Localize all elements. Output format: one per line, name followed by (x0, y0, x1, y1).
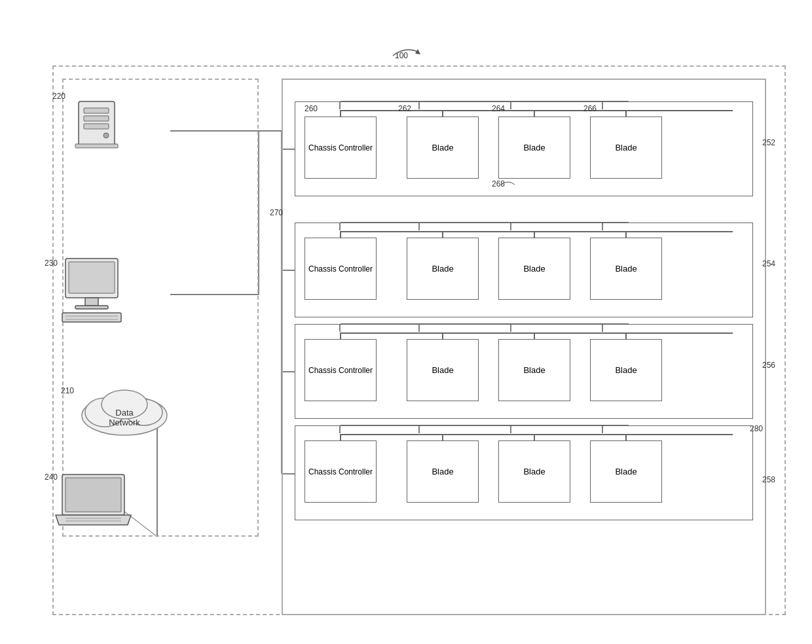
blade-4-2: Blade (498, 440, 570, 503)
label-240: 240 (45, 473, 58, 482)
svg-point-16 (103, 133, 109, 138)
server-device (65, 92, 131, 160)
blade-3-2: Blade (498, 339, 570, 401)
vconn-ctrl-3 (340, 332, 341, 339)
chassis-controller-1: Chassis Controller (304, 116, 377, 179)
svg-text:Data: Data (115, 408, 134, 418)
vconn-b1-2 (442, 231, 443, 238)
chassis-row-4: Chassis Controller Blade Blade Blade 258 (295, 425, 753, 520)
label-264: 264 (492, 104, 505, 113)
label-256: 256 (762, 361, 775, 370)
vconn-b1-1 (442, 110, 443, 116)
chassis-row-1: Chassis Controller Blade Blade Blade 252… (295, 101, 753, 196)
label-258: 258 (762, 475, 775, 484)
chassis-row-2: Chassis Controller Blade Blade Blade 254 (295, 223, 753, 317)
blade-1-2: Blade (498, 116, 570, 179)
chassis-controller-3: Chassis Controller (304, 339, 377, 401)
label-270: 270 (270, 208, 283, 217)
svg-marker-11 (415, 49, 420, 54)
svg-rect-20 (85, 298, 98, 306)
svg-rect-22 (62, 313, 121, 322)
blade-2-2: Blade (498, 238, 570, 300)
vconn-b2-2 (534, 231, 535, 238)
svg-rect-17 (75, 144, 118, 148)
label-260: 260 (304, 104, 318, 113)
label-230: 230 (45, 259, 58, 268)
vconn-b3-2 (625, 231, 627, 238)
label-266: 266 (583, 104, 597, 113)
svg-rect-19 (69, 262, 115, 293)
blade-4-1: Blade (407, 440, 479, 503)
vconn-b1-3 (442, 332, 443, 339)
vconn-b2-3 (534, 332, 535, 339)
svg-text:Network: Network (109, 418, 140, 427)
blade-3-3: Blade (590, 339, 662, 401)
blade-2-3: Blade (590, 238, 662, 300)
blade-4-3: Blade (590, 440, 662, 503)
svg-rect-13 (84, 108, 109, 113)
label-254: 254 (762, 259, 775, 268)
svg-rect-14 (84, 116, 109, 121)
workstation-device (56, 255, 134, 330)
label-100: 100 (395, 51, 408, 60)
svg-rect-15 (84, 124, 109, 129)
vconn-b2-4 (534, 434, 535, 440)
vconn-b3-4 (625, 434, 627, 440)
label-252: 252 (762, 138, 775, 147)
label-220: 220 (52, 92, 65, 101)
label-210: 210 (61, 386, 74, 395)
vconn-b2-1 (534, 110, 535, 116)
svg-rect-21 (75, 306, 108, 309)
blade-1-3: Blade (590, 116, 662, 179)
data-network: Data Network (72, 380, 177, 448)
vconn-b1-4 (442, 434, 443, 440)
blade-1-1: Blade (407, 116, 479, 179)
bus-line-4 (341, 434, 733, 435)
vconn-b3-1 (625, 110, 627, 116)
blade-2-1: Blade (407, 238, 479, 300)
label-268: 268 (492, 179, 505, 188)
svg-rect-32 (65, 478, 121, 512)
bus-line-2 (341, 231, 733, 232)
chassis-controller-4: Chassis Controller (304, 440, 377, 503)
laptop-device (52, 471, 138, 539)
chassis-row-3: Chassis Controller Blade Blade Blade 256 (295, 324, 753, 419)
chassis-controller-2: Chassis Controller (304, 238, 377, 300)
vconn-ctrl-2 (340, 231, 341, 238)
vconn-b3-3 (625, 332, 627, 339)
label-262: 262 (398, 104, 411, 113)
vconn-ctrl-4 (340, 434, 341, 440)
vconn-ctrl-1 (340, 110, 341, 116)
bus-line-3 (341, 332, 733, 334)
blade-3-1: Blade (407, 339, 479, 401)
